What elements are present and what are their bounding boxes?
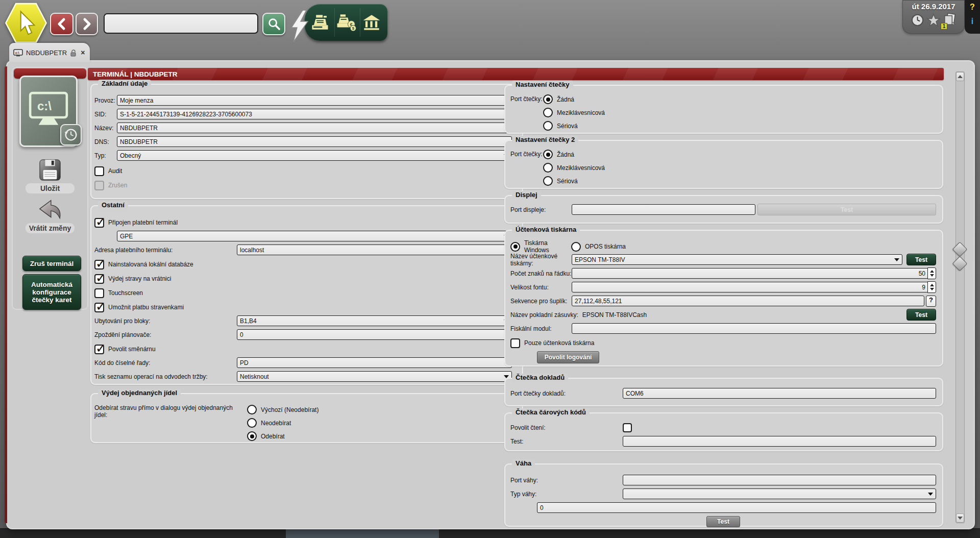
zasuvka-label: Název pokladní zásuvky: [510,311,578,319]
tab-nbdubpetr[interactable]: c:\ NBDUBPETR × [9,43,90,62]
kod-input[interactable] [237,357,512,368]
ctecka2-radio-seriova[interactable] [543,176,553,186]
smenarna-checkbox[interactable] [94,345,104,354]
pouze-tiskarna-checkbox[interactable] [510,338,520,348]
info-icon[interactable]: i [971,17,973,26]
unlock-icon [70,49,77,57]
velikost-fontu-stepper[interactable] [927,281,936,293]
zpozdeni-input[interactable] [237,329,512,340]
pocet-znaku-stepper[interactable] [927,267,936,279]
touchscreen-checkbox[interactable] [94,288,104,298]
section-legend: Displej [512,191,541,199]
sekvence-input[interactable] [572,296,924,306]
tisk-select[interactable]: Netisknout [237,371,512,382]
typ-vahy-select[interactable] [623,488,936,499]
section-legend: Účtenková tiskárna [512,226,580,233]
history-clock-icon [63,127,79,142]
provoz-input[interactable] [117,95,512,106]
history-badge-button[interactable] [60,124,82,145]
port-ctecky-label: Port čtečky: [510,95,543,134]
tiskarna-windows-radio[interactable] [510,242,520,252]
vaha-extra-input[interactable] [537,502,936,513]
tiskarna-test-button[interactable]: Test [906,254,936,265]
tab-title: NBDUBPETR [26,49,67,57]
stravenky-checkbox[interactable] [94,303,104,312]
povolit-cteni-checkbox[interactable] [623,423,632,432]
sid-input[interactable] [117,109,512,119]
splitter-handle-icon[interactable] [952,256,968,272]
platebni-terminal-checkbox[interactable] [94,218,104,228]
adresa-input[interactable] [237,244,512,255]
vertical-scrollbar[interactable] [955,71,965,523]
clock-icon[interactable] [911,13,924,27]
nazev-tiskarny-select[interactable]: EPSON TM-T88IV [572,254,902,265]
section-legend: Váha [512,459,535,467]
sekvence-help-button[interactable]: ? [926,296,936,307]
opos-tiskarna-radio[interactable] [571,242,581,252]
scroll-down-button[interactable] [956,513,964,523]
search-icon [267,17,281,31]
audit-label: Audit [108,167,122,175]
ctecka2-radio-meziklavesnicova[interactable] [543,163,553,173]
search-input[interactable] [104,13,258,34]
save-button[interactable]: Uložit [26,159,75,193]
zasuvka-test-button[interactable]: Test [906,309,936,321]
port-displeje-input[interactable] [572,204,755,215]
carove-test-input[interactable] [623,436,936,447]
chevron-down-icon [928,493,933,496]
ctecka1-radio-seriova[interactable] [543,121,553,131]
ctecka2-radio-zadna[interactable] [543,150,553,159]
vydej-radio-vychozi[interactable] [247,405,257,414]
main-window: c:\ Uložit [7,61,974,528]
sid-label: SID: [94,111,117,118]
dns-label: DNS: [94,138,117,145]
nazev-input[interactable] [117,123,512,133]
cash-register-button[interactable] [309,8,331,37]
nazev-tiskarny-label: Název účtenkové tiskárny: [510,253,572,267]
splitter-handle-icon[interactable] [952,242,968,257]
ctecka1-radio-zadna[interactable] [543,94,553,104]
typ-select[interactable]: Obecný [117,150,512,161]
vydej-radio-odebirat[interactable] [247,431,257,441]
scroll-up-button[interactable] [956,72,964,81]
cancel-terminal-button[interactable]: Zruš terminál [22,256,81,271]
dns-input[interactable] [117,136,512,147]
chevron-left-icon [56,17,67,31]
kod-label: Kód do číselné řady: [94,359,237,366]
section-zakladni-udaje: Základní údaje Provoz: SID: Název: DNS: … [90,84,523,199]
port-vahy-input[interactable] [623,475,936,485]
ctecka1-radio-meziklavesnicova[interactable] [543,108,553,117]
save-label: Uložit [26,183,75,193]
vydej-vratnice-checkbox[interactable] [94,274,104,284]
vydej-radio-neodebirat[interactable] [247,418,257,428]
date-panel: út 26.9.2017 1 [902,0,965,34]
documents-button[interactable]: 1 [943,12,957,28]
revert-button[interactable]: Vrátit změny [26,199,75,233]
port-dokladu-input[interactable] [623,388,936,399]
cash-register-coins-icon: € $ [336,13,356,32]
audit-checkbox[interactable] [94,166,104,176]
vaha-test-button[interactable]: Test [706,516,740,527]
section-ctecka-dokladu: Čtečka dokladů Port čtečky dokladů: [504,378,943,406]
search-button[interactable] [262,13,285,35]
zrusen-checkbox [94,181,104,190]
pocet-znaku-input[interactable] [572,268,928,279]
lokalni-databaze-checkbox[interactable] [94,260,104,270]
autoconfig-card-reader-button[interactable]: Automatická konfigurace čtečky karet [22,274,81,310]
forward-button[interactable] [76,13,98,35]
ubytovani-select[interactable]: B1,B4 [237,315,512,326]
building-button[interactable] [360,8,382,37]
povolit-logovani-button[interactable]: Povolit logování [537,351,599,363]
section-legend: Výdej objednaných jídel [98,389,181,397]
app-logo-cursor-icon[interactable] [4,2,48,44]
help-icon[interactable]: ? [970,3,975,12]
star-icon[interactable] [926,13,941,27]
cash-register-payments-button[interactable]: € $ [334,8,357,37]
back-button[interactable] [50,13,74,35]
fiskalni-input[interactable] [572,323,936,334]
velikost-fontu-input[interactable] [572,282,928,292]
port-displeje-label: Port displeje: [510,206,572,213]
tab-close-icon[interactable]: × [81,48,85,57]
sekvence-label: Sekvence pro šuplík: [510,298,572,305]
platebni-typ-select[interactable]: GPE [117,231,512,241]
